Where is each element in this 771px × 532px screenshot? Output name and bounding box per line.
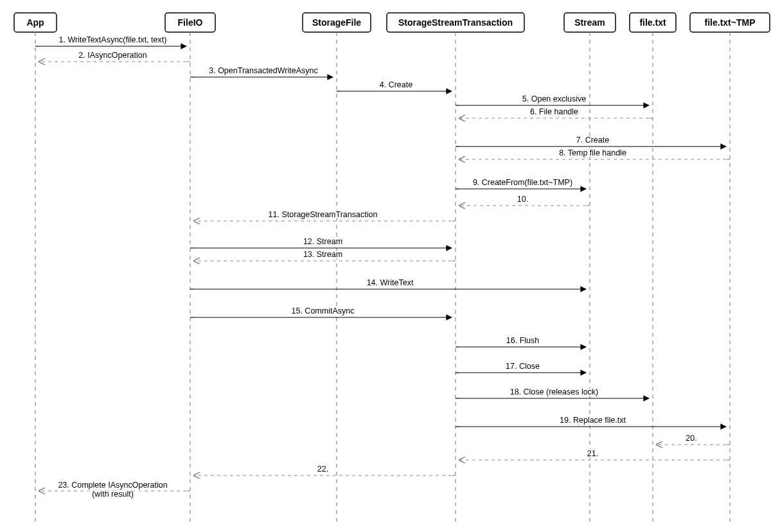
message-2: 2. IAsyncOperation2. IAsyncOperation bbox=[39, 51, 190, 62]
participant-label-app: App bbox=[26, 17, 44, 28]
participant-app: App bbox=[14, 13, 57, 526]
message-17: 17. Close17. Close bbox=[456, 362, 586, 373]
message-label-13: 13. Stream bbox=[303, 250, 342, 259]
message-label-3: 3. OpenTransactedWriteAsync bbox=[209, 66, 318, 75]
message-1: 1. WriteTextAsync(file.txt, text)1. Writ… bbox=[35, 35, 186, 46]
participant-label-sfile: StorageFile bbox=[312, 17, 361, 28]
message-6: 6. File handle6. File handle bbox=[459, 107, 653, 118]
participant-label-ftmp: file.txt~TMP bbox=[705, 17, 756, 28]
message-label-9: 9. CreateFrom(file.txt~TMP) bbox=[473, 178, 572, 187]
message-21: 21.21. bbox=[459, 449, 730, 460]
message-19: 19. Replace file.txt19. Replace file.txt bbox=[456, 416, 726, 427]
message-label-23: 23. Complete IAsyncOperation(with result… bbox=[58, 481, 167, 499]
participant-ftmp: file.txt~TMP bbox=[690, 13, 770, 526]
participant-label-sst: StorageStreamTransaction bbox=[398, 17, 513, 28]
participants-layer: AppFileIOStorageFileStorageStreamTransac… bbox=[14, 13, 770, 526]
messages-layer: 1. WriteTextAsync(file.txt, text)1. Writ… bbox=[35, 35, 730, 499]
sequence-diagram: AppFileIOStorageFileStorageStreamTransac… bbox=[0, 0, 771, 532]
message-label-21: 21. bbox=[587, 449, 598, 458]
message-12: 12. Stream12. Stream bbox=[190, 237, 452, 248]
message-label-17: 17. Close bbox=[506, 362, 540, 371]
participant-label-stream: Stream bbox=[574, 17, 605, 28]
message-9: 9. CreateFrom(file.txt~TMP)9. CreateFrom… bbox=[456, 178, 586, 189]
message-8: 8. Temp file handle8. Temp file handle bbox=[459, 148, 730, 159]
participant-label-ftxt: file.txt bbox=[639, 17, 666, 28]
message-label-18: 18. Close (releases lock) bbox=[510, 387, 599, 396]
message-14: 14. WriteText14. WriteText bbox=[190, 278, 586, 289]
message-label-1: 1. WriteTextAsync(file.txt, text) bbox=[59, 35, 167, 44]
message-label-14: 14. WriteText bbox=[367, 278, 414, 287]
message-label-5: 5. Open exclusive bbox=[522, 94, 586, 103]
message-22: 22.22. bbox=[194, 465, 456, 475]
participant-sfile: StorageFile bbox=[303, 13, 371, 526]
message-11: 11. StorageStreamTransaction11. StorageS… bbox=[194, 210, 456, 221]
message-label-12: 12. Stream bbox=[303, 237, 342, 246]
message-label-8: 8. Temp file handle bbox=[559, 148, 626, 157]
message-label-11: 11. StorageStreamTransaction bbox=[269, 210, 378, 219]
message-label-22: 22. bbox=[317, 465, 328, 474]
message-label-19: 19. Replace file.txt bbox=[560, 416, 626, 425]
message-label-15: 15. CommitAsync bbox=[292, 306, 355, 315]
message-label-20: 20. bbox=[686, 434, 696, 443]
participant-ftxt: file.txt bbox=[630, 13, 676, 526]
message-18: 18. Close (releases lock)18. Close (rele… bbox=[456, 387, 649, 398]
message-7: 7. Create7. Create bbox=[456, 136, 726, 146]
message-15: 15. CommitAsync15. CommitAsync bbox=[190, 306, 452, 317]
message-label-2: 2. IAsyncOperation bbox=[78, 51, 146, 60]
message-16: 16. Flush16. Flush bbox=[456, 336, 586, 347]
participant-sst: StorageStreamTransaction bbox=[387, 13, 524, 526]
message-10: 10.10. bbox=[459, 195, 590, 206]
message-20: 20.20. bbox=[657, 434, 730, 445]
message-label-7: 7. Create bbox=[576, 136, 609, 145]
participant-label-fileio: FileIO bbox=[178, 17, 203, 28]
message-label-4: 4. Create bbox=[380, 80, 412, 89]
message-3: 3. OpenTransactedWriteAsync3. OpenTransa… bbox=[190, 66, 333, 77]
message-label-16: 16. Flush bbox=[506, 336, 539, 345]
participant-stream: Stream bbox=[564, 13, 616, 526]
participant-fileio: FileIO bbox=[165, 13, 215, 526]
message-4: 4. Create4. Create bbox=[337, 80, 452, 91]
message-23: 23. Complete IAsyncOperation(with result… bbox=[39, 481, 190, 499]
message-label-6: 6. File handle bbox=[530, 107, 578, 116]
message-5: 5. Open exclusive5. Open exclusive bbox=[456, 94, 649, 105]
message-label-10: 10. bbox=[517, 195, 528, 204]
message-13: 13. Stream13. Stream bbox=[194, 250, 456, 261]
